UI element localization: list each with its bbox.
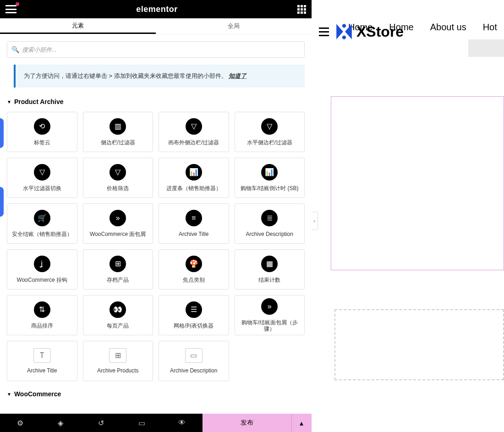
settings-button[interactable]: ⚙	[0, 414, 40, 432]
breadcrumb-icon: »	[110, 210, 126, 226]
widget-countdown[interactable]: 📊购物车/结账倒计时 (SB)	[235, 158, 305, 198]
widget-label: Archive Title	[24, 367, 60, 374]
bottombar: ⚙ ◈ ↺ ▭ 👁 发布 ▴	[0, 414, 312, 432]
tab-elements[interactable]: 元素	[0, 18, 156, 34]
widget-gridlist[interactable]: ☰网格/列表切换器	[159, 295, 229, 335]
nav-about[interactable]: About us	[430, 22, 466, 33]
widgets-grid-woo	[7, 404, 305, 413]
widget-label: 水平侧边栏/过滤器	[244, 139, 295, 146]
svg-point-1	[342, 35, 346, 39]
sidebar-icon: ▥	[110, 118, 126, 135]
nav-home-2[interactable]: Home	[389, 22, 413, 33]
widget-light-desc[interactable]: ▭Archive Description	[159, 341, 229, 381]
section-product-archive[interactable]: ▼ Product Archive	[7, 98, 305, 105]
nav-hot[interactable]: Hot	[483, 22, 497, 33]
widget-sidebar[interactable]: ▥侧边栏/过滤器	[83, 112, 153, 152]
hook-icon: ʝ	[34, 256, 50, 272]
widget-light-products[interactable]: ⊞Archive Products	[83, 341, 153, 381]
caret-down-icon: ▼	[7, 392, 11, 397]
filter-canvas-icon: ▽	[186, 118, 202, 135]
publish-button[interactable]: 发布	[203, 414, 291, 432]
widget-label: 价格筛选	[104, 185, 131, 191]
widget-label: Archive Products	[94, 367, 142, 374]
widget-label: Archive Description	[167, 367, 220, 374]
responsive-button[interactable]: ▭	[121, 414, 162, 432]
widget-label: Archive Description	[243, 231, 296, 237]
cart-bread-icon: »	[261, 298, 278, 315]
apps-icon[interactable]	[297, 5, 306, 14]
widget-label: WooCommerce 面包屑	[87, 231, 148, 237]
widget-label: 侧边栏/过滤器	[98, 139, 138, 146]
preview-menu-icon[interactable]	[319, 27, 329, 36]
widget-label: 水平过滤器切换	[20, 185, 64, 191]
widget-label: 进度条（销售助推器）	[164, 185, 224, 191]
preview-section-1[interactable]	[331, 96, 504, 270]
caret-down-icon: ▼	[7, 99, 11, 104]
topbar: elementor	[0, 0, 312, 18]
search-icon: 🔍	[11, 46, 19, 53]
widget-secure[interactable]: 🛒安全结账（销售助推器）	[7, 203, 77, 244]
svg-point-0	[342, 24, 346, 27]
widget-share[interactable]: ⟲标签云	[7, 112, 77, 152]
light-products-icon: ⊞	[109, 348, 126, 363]
preview-nav: Home Home About us Hot	[348, 22, 497, 33]
light-desc-icon: ▭	[185, 348, 203, 363]
gridlist-icon: ☰	[186, 301, 202, 318]
publish-options[interactable]: ▴	[291, 414, 312, 432]
fab-2[interactable]	[0, 187, 4, 217]
tip-dismiss[interactable]: 知道了	[229, 72, 247, 79]
sort-icon: ⇅	[34, 301, 50, 318]
title-icon: ≡	[186, 210, 202, 226]
preview-section-2[interactable]	[334, 309, 504, 380]
logo-mark-icon	[334, 22, 354, 41]
section-woocommerce[interactable]: ▼ WooCommerce	[7, 390, 305, 398]
preview-pane: Home Home About us Hot XStore	[312, 0, 504, 432]
widget-cart-bread[interactable]: »购物车/结账面包屑（步骤）	[235, 295, 305, 335]
widget-label: 存档产品	[104, 277, 131, 283]
widget-label: 购物车/结账倒计时 (SB)	[238, 185, 301, 191]
widget-filter-horiz[interactable]: ▽水平侧边栏/过滤器	[235, 112, 305, 152]
widget-label: Archive Title	[176, 231, 211, 237]
widgets-grid: ⟲标签云▥侧边栏/过滤器▽画布外侧边栏/过滤器▽水平侧边栏/过滤器▽水平过滤器切…	[7, 112, 305, 381]
collapse-panel[interactable]: ‹	[312, 212, 318, 230]
elementor-panel: elementor 元素 全局 🔍 为了方便访问，请通过右键单击 > 添加到收藏…	[0, 0, 312, 432]
brand: elementor	[136, 5, 178, 14]
fab-1[interactable]	[0, 118, 4, 148]
widget-filter-toggle[interactable]: ▽水平过滤器切换	[7, 158, 77, 198]
search-input[interactable]	[7, 41, 305, 58]
widget-desc[interactable]: ≣Archive Description	[235, 203, 305, 244]
widget-label: 焦点类别	[180, 277, 208, 283]
widget-focus-cat[interactable]: 🍄焦点类别	[159, 249, 229, 290]
widget-title[interactable]: ≡Archive Title	[159, 203, 229, 244]
widget-hook[interactable]: ʝWooCommerce 挂钩	[7, 249, 77, 290]
widget-label: 商品排序	[28, 323, 56, 329]
widget-perpage[interactable]: 👀每页产品	[83, 295, 153, 335]
widget-price[interactable]: ▽价格筛选	[83, 158, 153, 198]
widgets-scroll[interactable]: ▼ Product Archive ⟲标签云▥侧边栏/过滤器▽画布外侧边栏/过滤…	[0, 94, 312, 414]
desc-icon: ≣	[261, 210, 278, 226]
tab-global[interactable]: 全局	[156, 18, 312, 34]
widget-label: 画布外侧边栏/过滤器	[165, 139, 222, 146]
widget-filter-canvas[interactable]: ▽画布外侧边栏/过滤器	[159, 112, 229, 152]
widget-label: 网格/列表切换器	[171, 323, 216, 329]
filter-horiz-icon: ▽	[261, 118, 278, 135]
widget-sort[interactable]: ⇅商品排序	[7, 295, 77, 335]
widget-light-title[interactable]: TArchive Title	[7, 341, 77, 381]
tip-banner: 为了方便访问，请通过右键单击 > 添加到收藏夹来收藏您最常使用的小部件。 知道了	[14, 65, 305, 87]
preview-button[interactable]: 👁	[162, 414, 202, 432]
widget-result[interactable]: ▦结果计数	[235, 249, 305, 290]
history-button[interactable]: ↺	[81, 414, 121, 432]
widget-archive-prod[interactable]: ⊞存档产品	[83, 249, 153, 290]
widget-label: 结果计数	[256, 277, 283, 283]
light-title-icon: T	[33, 348, 51, 363]
focus-cat-icon: 🍄	[186, 256, 202, 272]
price-icon: ▽	[110, 164, 126, 180]
side-fabs	[0, 118, 4, 217]
widget-breadcrumb[interactable]: »WooCommerce 面包屑	[83, 203, 153, 244]
secure-icon: 🛒	[34, 210, 50, 226]
panel-tabs: 元素 全局	[0, 18, 312, 34]
widget-label: 标签云	[31, 139, 53, 146]
widget-progress[interactable]: 📊进度条（销售助推器）	[159, 158, 229, 198]
menu-icon[interactable]	[5, 5, 16, 13]
navigator-button[interactable]: ◈	[40, 414, 81, 432]
